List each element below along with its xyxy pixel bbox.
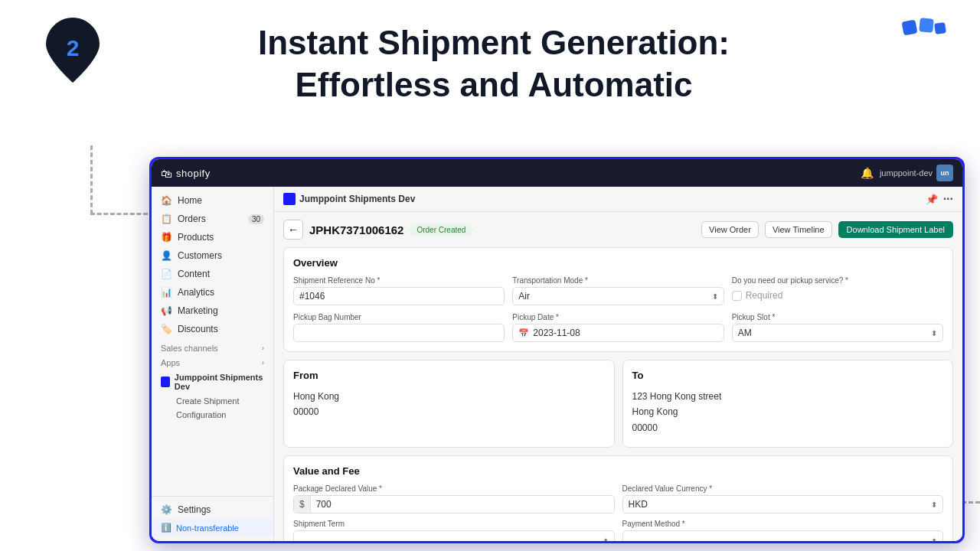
view-order-button[interactable]: View Order bbox=[701, 221, 759, 238]
shipment-ref-field: Shipment Reference No * bbox=[293, 276, 505, 305]
orders-badge: 30 bbox=[248, 214, 264, 224]
apps-chevron-icon: › bbox=[262, 359, 264, 367]
svg-rect-2 bbox=[919, 18, 934, 33]
sales-channels-section[interactable]: Sales channels › bbox=[152, 338, 273, 355]
page-title: Instant Shipment Generation: Effortless … bbox=[115, 21, 873, 106]
account-name: jumppoint-dev bbox=[880, 168, 933, 178]
slot-chevron-icon: ⬍ bbox=[931, 329, 937, 337]
app-header-bar: Jumppoint Shipments Dev 📌 ··· bbox=[274, 187, 962, 212]
shipment-term-field: Shipment Term ⬍ bbox=[293, 520, 615, 541]
declared-value-input[interactable] bbox=[311, 496, 614, 513]
pickup-slot-select[interactable]: AM ⬍ bbox=[732, 324, 943, 342]
sidebar-nontransfer[interactable]: ℹ️ Non-transferable bbox=[152, 519, 273, 536]
shipment-term-select[interactable]: ⬍ bbox=[293, 530, 615, 541]
shipment-id: JPHK7371006162 bbox=[309, 223, 403, 236]
dashed-line-vertical bbox=[90, 145, 93, 214]
payment-chevron-icon: ⬍ bbox=[931, 537, 937, 542]
shopify-brand-text: shopify bbox=[176, 168, 211, 179]
pin-icon[interactable]: 📌 bbox=[926, 194, 938, 205]
download-shipment-label-button[interactable]: Download Shipment Label bbox=[838, 221, 953, 238]
dashed-line-horizontal-left bbox=[90, 213, 148, 215]
shipment-term-label: Shipment Term bbox=[293, 520, 615, 528]
transport-mode-label: Transportation Mode * bbox=[512, 276, 724, 285]
pickup-service-checkbox-label: Required bbox=[746, 290, 783, 301]
sidebar-item-home[interactable]: 🏠 Home bbox=[152, 191, 273, 210]
app-item-name: Jumppoint Shipments Dev bbox=[175, 373, 264, 391]
sales-channels-label: Sales channels bbox=[161, 344, 218, 353]
from-section: From Hong Kong 00000 bbox=[283, 360, 615, 448]
more-options-icon[interactable]: ··· bbox=[943, 192, 953, 206]
pickup-bag-label: Pickup Bag Number bbox=[293, 313, 505, 321]
sidebar-item-content[interactable]: 📄 Content bbox=[152, 265, 273, 283]
content-icon: 📄 bbox=[161, 269, 172, 279]
pickup-date-label: Pickup Date * bbox=[512, 313, 724, 321]
currency-select[interactable]: HKD ⬍ bbox=[622, 495, 944, 514]
currency-label: Declared Value Currency * bbox=[622, 484, 944, 493]
info-icon: ℹ️ bbox=[161, 523, 172, 533]
calendar-icon: 📅 bbox=[518, 328, 529, 338]
discounts-icon: 🏷️ bbox=[161, 324, 172, 334]
overview-title: Overview bbox=[293, 257, 943, 269]
currency-field: Declared Value Currency * HKD ⬍ bbox=[622, 484, 944, 514]
main-panel: Jumppoint Shipments Dev 📌 ··· ← bbox=[274, 187, 962, 541]
sidebar: 🏠 Home 📋 Orders 30 🎁 Products 👤 bbox=[152, 187, 274, 541]
from-address: Hong Kong 00000 bbox=[293, 389, 605, 420]
to-section: To 123 Hong Kong street Hong Kong 00000 bbox=[622, 360, 954, 448]
notification-bell-icon[interactable]: 🔔 bbox=[861, 167, 874, 179]
view-timeline-button[interactable]: View Timeline bbox=[765, 221, 832, 238]
shipment-ref-input[interactable] bbox=[293, 287, 505, 305]
app-brand-name: Jumppoint Shipments Dev bbox=[299, 194, 415, 204]
analytics-icon: 📊 bbox=[161, 287, 172, 298]
customers-icon: 👤 bbox=[161, 250, 172, 261]
logo bbox=[901, 17, 951, 62]
app-brand-icon bbox=[283, 193, 296, 205]
pickup-service-label: Do you need our pickup service? * bbox=[732, 276, 943, 285]
to-title: To bbox=[632, 370, 944, 381]
app-brand: Jumppoint Shipments Dev bbox=[283, 193, 415, 205]
pickup-bag-field: Pickup Bag Number bbox=[293, 313, 505, 342]
shipment-ref-label: Shipment Reference No * bbox=[293, 276, 505, 285]
sidebar-item-analytics[interactable]: 📊 Analytics bbox=[152, 283, 273, 302]
account-avatar: un bbox=[936, 165, 953, 181]
app-item: Jumppoint Shipments Dev bbox=[152, 370, 273, 394]
value-fee-title: Value and Fee bbox=[293, 465, 943, 477]
term-chevron-icon: ⬍ bbox=[603, 537, 609, 542]
sidebar-item-products[interactable]: 🎁 Products bbox=[152, 228, 273, 246]
home-icon: 🏠 bbox=[161, 195, 172, 206]
products-icon: 🎁 bbox=[161, 232, 172, 243]
orders-icon: 📋 bbox=[161, 214, 172, 224]
pickup-slot-label: Pickup Slot * bbox=[732, 313, 943, 321]
marketing-icon: 📢 bbox=[161, 305, 172, 316]
sidebar-configuration[interactable]: Configuration bbox=[152, 408, 273, 422]
value-fee-section: Value and Fee Package Declared Value * $ bbox=[283, 455, 953, 541]
pickup-service-checkbox[interactable] bbox=[732, 291, 742, 301]
sidebar-create-shipment[interactable]: Create Shipment bbox=[152, 394, 273, 408]
sidebar-item-orders[interactable]: 📋 Orders 30 bbox=[152, 210, 273, 228]
from-title: From bbox=[293, 370, 605, 381]
sidebar-item-discounts[interactable]: 🏷️ Discounts bbox=[152, 320, 273, 338]
svg-rect-1 bbox=[902, 20, 918, 36]
apps-label: Apps bbox=[161, 358, 180, 367]
transport-mode-select[interactable]: Air ⬍ bbox=[512, 287, 724, 305]
back-button[interactable]: ← bbox=[283, 220, 303, 240]
browser-frame: 🛍 shopify 🔔 jumppoint-dev un bbox=[149, 157, 965, 543]
declared-value-label: Package Declared Value * bbox=[293, 484, 615, 493]
payment-method-select[interactable]: ⬍ bbox=[622, 530, 944, 541]
shopify-topbar: 🛍 shopify 🔔 jumppoint-dev un bbox=[152, 159, 962, 187]
overview-section: Overview Shipment Reference No * bbox=[283, 247, 953, 352]
pickup-bag-input[interactable] bbox=[293, 324, 505, 342]
svg-rect-3 bbox=[934, 22, 946, 34]
svg-text:2: 2 bbox=[67, 35, 80, 60]
sidebar-item-marketing[interactable]: 📢 Marketing bbox=[152, 302, 273, 320]
shopify-bag-icon: 🛍 bbox=[161, 167, 172, 180]
apps-section[interactable]: Apps › bbox=[152, 355, 273, 370]
pickup-date-input[interactable]: 📅 2023-11-08 bbox=[512, 324, 724, 342]
sidebar-item-customers[interactable]: 👤 Customers bbox=[152, 246, 273, 265]
payment-method-field: Payment Method * ⬍ bbox=[622, 520, 944, 541]
step-badge-icon: 2 bbox=[46, 18, 100, 83]
declared-value-field: Package Declared Value * $ bbox=[293, 484, 615, 514]
sidebar-settings[interactable]: ⚙️ Settings bbox=[152, 500, 273, 519]
pickup-slot-field: Pickup Slot * AM ⬍ bbox=[732, 313, 943, 342]
account-area[interactable]: jumppoint-dev un bbox=[880, 165, 953, 181]
settings-gear-icon: ⚙️ bbox=[161, 504, 172, 515]
